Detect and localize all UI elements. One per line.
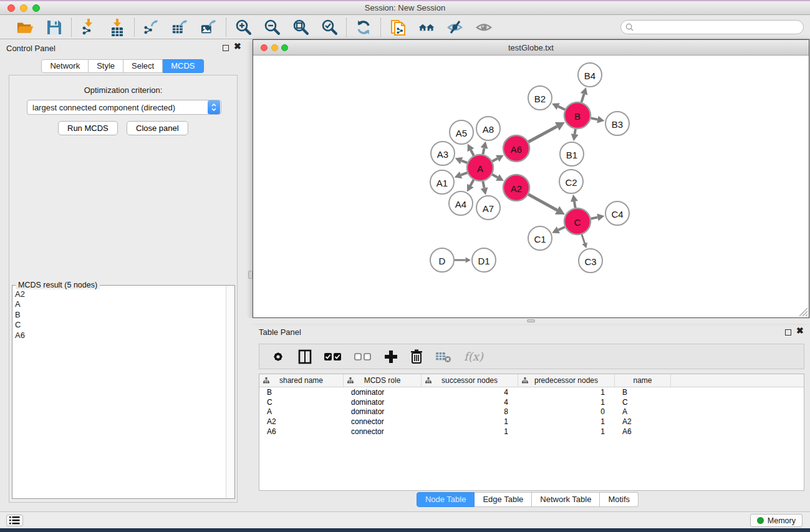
column-header-predecessor-nodes[interactable]: predecessor nodes (518, 374, 615, 387)
mcds-result-item[interactable]: C (15, 320, 226, 330)
delete-table-icon[interactable] (435, 351, 451, 363)
mcds-result-item[interactable]: A (15, 299, 226, 309)
graph-edge-A-A3[interactable] (461, 161, 467, 163)
save-session-icon[interactable] (46, 19, 63, 36)
graph-node-B2[interactable]: B2 (528, 86, 552, 110)
tab-edge-table[interactable]: Edge Table (475, 492, 532, 507)
graph-node-A8[interactable]: A8 (476, 117, 500, 140)
tab-node-table[interactable]: Node Table (417, 492, 475, 507)
close-panel-button[interactable]: Close panel (127, 121, 188, 135)
task-history-button[interactable] (6, 515, 23, 526)
network-canvas[interactable]: B4B2BB3A8A5A6A3B1AC2A1A2A4A7C4CC1C3DD1 (253, 56, 809, 317)
graph-node-A3[interactable]: A3 (431, 142, 455, 165)
tab-network[interactable]: Network (41, 59, 89, 73)
delete-columns-icon[interactable] (410, 349, 423, 364)
graph-node-B1[interactable]: B1 (560, 142, 584, 166)
zoom-selected-icon[interactable] (321, 19, 338, 36)
column-header-name[interactable]: name (615, 374, 671, 387)
zoom-fit-icon[interactable] (292, 19, 309, 36)
first-neighbors-icon[interactable] (418, 19, 435, 36)
graph-node-A2[interactable]: A2 (503, 175, 529, 201)
show-all-icon[interactable] (475, 19, 493, 36)
graph-node-B[interactable]: B (564, 102, 591, 128)
horizontal-splitter-handle[interactable] (527, 319, 535, 322)
refresh-layout-icon[interactable] (355, 19, 372, 36)
graph-node-D[interactable]: D (430, 248, 454, 272)
close-panel-icon[interactable]: ✖ (234, 43, 241, 49)
export-image-icon[interactable] (200, 19, 218, 36)
search-box[interactable] (620, 20, 804, 34)
graph-edge-B-B4[interactable] (581, 94, 584, 102)
float-table-panel-icon[interactable] (785, 329, 791, 336)
open-session-icon[interactable] (17, 19, 34, 36)
graph-edge-A-A6[interactable] (492, 158, 497, 162)
tab-select[interactable]: Select (123, 59, 163, 73)
graph-node-A7[interactable]: A7 (476, 196, 500, 220)
graph-edge-C-C3[interactable] (582, 235, 585, 243)
graph-edge-C-C2[interactable] (574, 201, 576, 208)
table-row[interactable]: Cdominator41C (259, 397, 804, 407)
graph-edge-B-B2[interactable] (558, 107, 565, 110)
toggle-panes-icon[interactable] (298, 349, 312, 364)
graph-edge-C-C4[interactable] (591, 217, 598, 218)
graph-node-A[interactable]: A (467, 155, 493, 181)
graph-node-D1[interactable]: D1 (472, 248, 496, 272)
memory-button[interactable]: Memory (750, 514, 803, 527)
graph-node-C[interactable]: C (564, 208, 591, 235)
graph-node-A4[interactable]: A4 (449, 191, 473, 215)
table-row[interactable]: A2connector11A2 (259, 417, 804, 427)
graph-edge-A2-C[interactable] (528, 195, 557, 211)
tab-motifs[interactable]: Motifs (600, 492, 639, 507)
mcds-result-item[interactable]: A6 (15, 331, 226, 341)
mcds-result-item[interactable]: B (15, 310, 226, 320)
add-column-icon[interactable] (384, 350, 398, 364)
close-table-panel-icon[interactable]: ✖ (796, 327, 804, 334)
graph-node-A6[interactable]: A6 (503, 135, 529, 162)
graph-edge-A6-B[interactable] (528, 127, 557, 142)
graph-edge-A-A1[interactable] (461, 173, 467, 175)
import-network-icon[interactable] (80, 19, 97, 36)
graph-edge-B-B3[interactable] (591, 118, 598, 119)
graph-node-B4[interactable]: B4 (578, 63, 602, 87)
hide-selected-icon[interactable] (446, 19, 464, 36)
table-settings-icon[interactable] (271, 349, 286, 364)
mcds-result-list[interactable]: A2ABCA6 (12, 286, 226, 498)
select-all-icon[interactable] (324, 352, 342, 361)
column-header-MCDS-role[interactable]: MCDS role (344, 374, 422, 387)
deselect-all-icon[interactable] (354, 352, 372, 361)
horizontal-splitter[interactable] (245, 318, 810, 324)
mcds-result-item[interactable]: A2 (15, 289, 226, 299)
graph-edge-A-A7[interactable] (483, 181, 484, 188)
tab-network-table[interactable]: Network Table (532, 492, 600, 507)
function-builder-icon[interactable]: f(x) (464, 350, 483, 363)
result-scrollbar[interactable] (226, 286, 234, 498)
graph-edge-A-A8[interactable] (483, 148, 484, 155)
column-header-successor-nodes[interactable]: successor nodes (422, 374, 518, 387)
import-table-icon[interactable] (108, 19, 126, 36)
table-row[interactable]: Bdominator41B (259, 387, 804, 397)
tab-mcds[interactable]: MCDS (163, 59, 203, 73)
network-window-titlebar[interactable]: testGlobe.txt (253, 40, 809, 56)
float-panel-icon[interactable] (223, 45, 229, 51)
zoom-in-icon[interactable] (234, 19, 252, 36)
run-mcds-button[interactable]: Run MCDS (58, 121, 118, 135)
export-network-icon[interactable] (143, 19, 160, 36)
search-input[interactable] (637, 23, 803, 32)
graph-edge-C-C1[interactable] (558, 227, 565, 230)
graph-edge-A-A5[interactable] (471, 150, 474, 155)
graph-edge-A-A4[interactable] (470, 180, 473, 185)
graph-edge-A-A2[interactable] (492, 175, 498, 178)
graph-node-B3[interactable]: B3 (605, 112, 629, 135)
graph-edge-B-B1[interactable] (575, 129, 576, 134)
resize-grip-icon[interactable] (797, 306, 808, 317)
graph-node-C1[interactable]: C1 (528, 226, 552, 250)
new-network-from-selection-icon[interactable] (389, 19, 407, 36)
table-row[interactable]: Adominator80A (259, 407, 804, 417)
graph-node-C3[interactable]: C3 (579, 249, 602, 273)
graph-node-C2[interactable]: C2 (559, 170, 583, 193)
export-table-icon[interactable] (171, 19, 189, 36)
zoom-out-icon[interactable] (263, 19, 281, 36)
column-header-shared-name[interactable]: shared name (259, 374, 344, 387)
criterion-select[interactable]: largest connected component (directed) (27, 100, 221, 115)
graph-node-A5[interactable]: A5 (450, 120, 473, 144)
